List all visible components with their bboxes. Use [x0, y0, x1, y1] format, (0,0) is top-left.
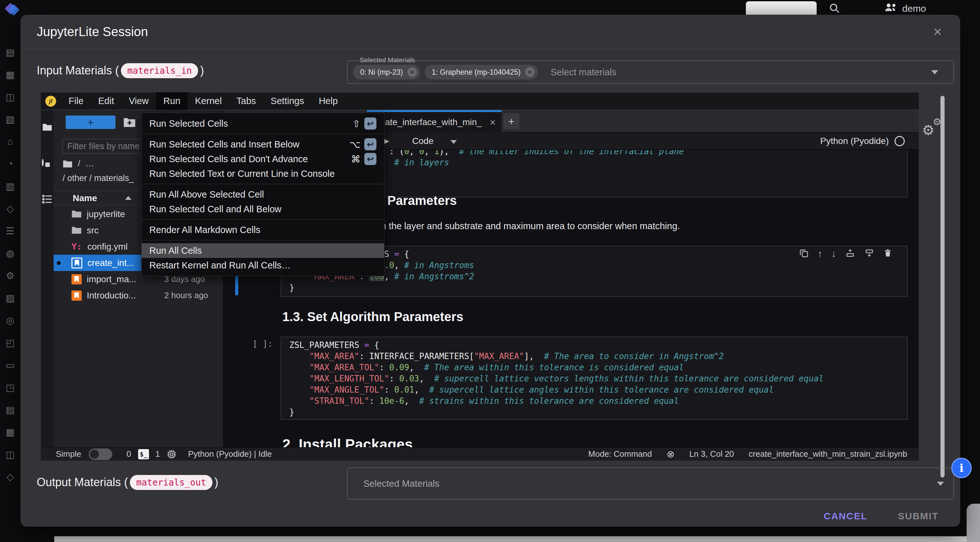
move-cell-down-icon[interactable]: ↓ [831, 248, 836, 259]
jupyterlite-logo-icon: jl [45, 96, 56, 107]
notebook-tab[interactable]: create_interface_with_min_ × [367, 110, 501, 132]
sidebar-icon[interactable]: ◰ [6, 332, 15, 354]
menu-separator [142, 184, 384, 184]
kernel-indicator[interactable]: Python (Pyodide) [820, 136, 905, 146]
menu-view[interactable]: View [121, 92, 156, 110]
file-name: create_int... [88, 258, 134, 268]
table-of-contents-icon[interactable] [42, 194, 52, 205]
output-materials-select[interactable]: Selected Materials [347, 468, 954, 499]
breadcrumb-ellipsis[interactable]: … [86, 159, 94, 169]
simple-mode-toggle[interactable] [89, 448, 112, 460]
chevron-down-icon[interactable] [450, 140, 457, 144]
chip-remove-icon[interactable]: ✕ [407, 67, 417, 77]
sidebar-icon[interactable]: ◇ [6, 465, 14, 488]
menu-kernel[interactable]: Kernel [188, 92, 229, 110]
name-column-header[interactable]: Name [73, 193, 97, 203]
selected-materials-field[interactable]: 0: Ni (mp-23) ✕ 1: Graphene (mp-1040425)… [347, 61, 954, 84]
user-menu[interactable]: demo [884, 2, 926, 15]
duplicate-cell-icon[interactable] [799, 248, 809, 259]
material-chip[interactable]: 1: Graphene (mp-1040425) ✕ [425, 65, 538, 80]
sidebar-icon[interactable]: ▧ [6, 108, 15, 130]
menu-item-run-insert-below[interactable]: Run Selected Cells and Insert Below ⌥ ↩ [142, 137, 384, 151]
material-chip[interactable]: 0: Ni (mp-23) ✕ [353, 65, 420, 80]
sidebar-icon[interactable]: ▦ [6, 63, 15, 86]
new-tab-button[interactable]: + [503, 113, 519, 129]
info-button[interactable]: i [951, 458, 972, 478]
new-launcher-button[interactable]: + [66, 116, 116, 129]
sidebar-icon[interactable]: ☰ [6, 220, 15, 242]
menu-item-run-text-in-console[interactable]: Run Selected Text or Current Line in Con… [142, 166, 384, 181]
sidebar-icon[interactable]: ◳ [6, 376, 15, 399]
sidebar-icon[interactable]: ◔ [7, 153, 13, 175]
menu-item-restart-run-all[interactable]: Restart Kernel and Run All Cells… [142, 258, 384, 273]
cell-prompt: [ ]: [253, 339, 273, 349]
menu-item-run-all-below[interactable]: Run Selected Cell and All Below [142, 202, 384, 217]
kernel-status-text[interactable]: Python (Pyodide) | Idle [188, 449, 272, 459]
sidebar-icon[interactable]: ◍ [6, 242, 14, 264]
sidebar-icon[interactable]: ⚙ [6, 264, 15, 287]
menu-tabs[interactable]: Tabs [229, 92, 263, 110]
mode-indicator[interactable]: Mode: Command [588, 449, 652, 459]
menu-edit[interactable]: Edit [91, 92, 121, 110]
menu-item-run-all-above[interactable]: Run All Above Selected Cell [142, 187, 384, 202]
kernel-chip-icon[interactable] [167, 450, 177, 459]
menu-settings[interactable]: Settings [263, 92, 311, 110]
menu-separator [142, 134, 384, 134]
sidebar-icon[interactable]: ▤ [6, 41, 15, 63]
breadcrumb-separator: / [78, 159, 80, 169]
breadcrumb[interactable]: / … [62, 159, 94, 169]
breadcrumb-path[interactable]: / other / materials_ [62, 173, 134, 183]
terminal-icon[interactable]: $_ [138, 449, 149, 459]
sort-ascending-icon[interactable] [125, 196, 131, 200]
insert-cell-above-icon[interactable] [845, 248, 855, 259]
tab-close-icon[interactable]: × [490, 116, 496, 128]
cell-type-select[interactable]: Code [412, 136, 434, 146]
menu-item-run-selected-cells[interactable]: Run Selected Cells ⇧ ↩ [142, 116, 384, 131]
terminals-count[interactable]: 0 [126, 449, 131, 459]
code-line: "MAX_AREA": INTERFACE_PARAMETERS["MAX_AR… [290, 351, 901, 362]
menu-file[interactable]: File [61, 92, 91, 110]
select-materials-placeholder[interactable]: Select materials [550, 67, 616, 78]
menu-item-run-all-cells[interactable]: Run All Cells [142, 243, 384, 258]
chevron-down-icon[interactable] [937, 481, 944, 486]
file-browser-tab-icon[interactable] [42, 122, 52, 132]
insert-cell-below-icon[interactable] [864, 248, 874, 259]
command-key-icon: ⌘ [351, 153, 361, 165]
running-sessions-icon[interactable] [42, 160, 52, 171]
sidebar-icon[interactable]: ▤ [6, 399, 15, 421]
sidebar-icon[interactable]: ▦ [6, 421, 15, 443]
sidebar-icon[interactable]: ◫ [6, 86, 15, 108]
menu-item-label: Run Selected Cell and All Below [149, 204, 282, 215]
cursor-position[interactable]: Ln 3, Col 20 [689, 449, 734, 459]
new-folder-icon[interactable] [123, 116, 136, 129]
dialog-title: JupyterLite Session [37, 25, 148, 39]
code-line: } [290, 406, 901, 418]
code-cell[interactable]: ZSL_PARAMETERS = { "MAX_AREA": INTERFACE… [281, 337, 908, 420]
sidebar-icon[interactable]: ◫ [6, 443, 15, 465]
code-line: ZSL_PARAMETERS = { [290, 340, 901, 351]
sidebar-icon[interactable]: ▨ [6, 287, 15, 309]
menu-item-render-markdown[interactable]: Render All Markdown Cells [142, 223, 384, 237]
sidebar-icon[interactable]: ▭ [6, 354, 15, 376]
sidebar-icon[interactable]: ◎ [6, 309, 14, 332]
sidebar-icon[interactable]: ⌂ [7, 130, 13, 153]
close-icon[interactable]: × [928, 22, 947, 41]
chip-remove-icon[interactable]: ✕ [525, 67, 535, 77]
menu-item-run-dont-advance[interactable]: Run Selected Cells and Don't Advance ⌘ ↩ [142, 151, 384, 166]
chevron-down-icon[interactable] [931, 70, 938, 74]
submit-button[interactable]: SUBMIT [889, 507, 947, 525]
kernels-count[interactable]: 1 [155, 449, 160, 459]
delete-cell-icon[interactable] [883, 248, 892, 259]
modal-scrollbar[interactable] [940, 96, 945, 478]
trust-shield-icon[interactable]: ⊗ [667, 448, 675, 460]
file-row[interactable]: Introductio... 2 hours ago [54, 287, 223, 304]
move-cell-up-icon[interactable]: ↑ [818, 248, 822, 259]
cancel-button[interactable]: CANCEL [815, 507, 876, 525]
lab-left-tabstrip [41, 110, 54, 447]
search-icon[interactable] [829, 3, 840, 15]
sidebar-icon[interactable]: ▥ [6, 175, 15, 197]
menu-run[interactable]: Run [156, 92, 188, 110]
sidebar-icon[interactable]: ◇ [6, 197, 14, 220]
menu-help[interactable]: Help [311, 92, 345, 110]
jupyterlab-frame: jl File Edit View Run Kernel Tabs Settin… [41, 92, 919, 461]
